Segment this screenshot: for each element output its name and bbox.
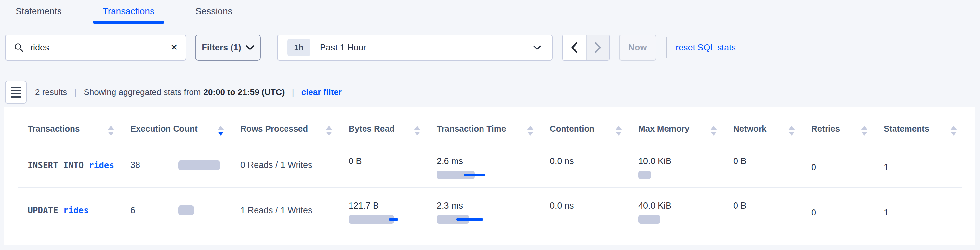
transaction-cell: INSERT INTO rides: [28, 143, 130, 187]
statements-value: 1: [884, 208, 889, 218]
max-memory-bar: [638, 171, 651, 179]
sort-icons[interactable]: [108, 126, 114, 136]
max-memory-cell: 10.0 KiB: [638, 143, 733, 187]
header-network: Network: [733, 124, 811, 137]
filters-button[interactable]: Filters (1): [195, 35, 261, 61]
search-icon: [14, 43, 24, 53]
transaction-cell: UPDATE rides: [28, 188, 130, 233]
header-statements-label[interactable]: Statements: [884, 124, 929, 137]
table-row: INSERT INTO rides 38 0 Reads / 1 Writes …: [18, 143, 963, 188]
reset-sql-stats-label: reset SQL stats: [676, 43, 736, 53]
table-name-link[interactable]: rides: [89, 160, 114, 170]
tab-sessions[interactable]: Sessions: [186, 0, 242, 22]
sort-icons[interactable]: [710, 126, 717, 136]
results-bar: 2 results | Showing aggregated stats fro…: [5, 81, 342, 104]
transactions-table-card: Transactions Execution Count Rows Proces…: [4, 107, 975, 245]
header-network-label[interactable]: Network: [733, 124, 767, 137]
time-range-badge: 1h: [288, 39, 310, 56]
network-cell: 0 B: [733, 188, 811, 233]
sort-icons[interactable]: [789, 126, 795, 136]
search-clear-icon[interactable]: ✕: [170, 43, 178, 52]
search-input[interactable]: [30, 43, 170, 53]
header-execution-count: Execution Count: [130, 124, 240, 137]
header-contention-label[interactable]: Contention: [550, 124, 594, 137]
tab-statements[interactable]: Statements: [6, 0, 72, 22]
sort-icons[interactable]: [326, 126, 332, 136]
header-retries-label[interactable]: Retries: [811, 124, 840, 137]
contention-value: 0.0 ns: [550, 156, 638, 166]
rows-processed-value: 1 Reads / 1 Writes: [240, 205, 312, 215]
statements-cell: 1: [884, 143, 963, 187]
header-max-memory: Max Memory: [638, 124, 733, 137]
header-execution-count-label[interactable]: Execution Count: [130, 124, 198, 137]
chevron-down-icon: [533, 45, 541, 50]
header-max-memory-label[interactable]: Max Memory: [638, 124, 690, 137]
time-range-label: Past 1 Hour: [320, 43, 366, 53]
transaction-time-mean-line: [456, 218, 483, 221]
contention-cell: 0.0 ns: [550, 188, 638, 233]
bytes-read-mean-line: [389, 218, 398, 221]
table-row: UPDATE rides 6 1 Reads / 1 Writes 121.7 …: [18, 188, 963, 233]
tab-transactions-label: Transactions: [103, 6, 154, 17]
header-bytes-read-label[interactable]: Bytes Read: [348, 124, 395, 137]
results-count: 2 results: [35, 87, 67, 97]
header-rows-processed: Rows Processed: [240, 124, 348, 137]
clear-filter-link[interactable]: clear filter: [301, 87, 342, 97]
chevron-right-icon: [595, 42, 601, 53]
header-rows-processed-label[interactable]: Rows Processed: [240, 124, 308, 137]
retries-value: 0: [811, 162, 816, 173]
reset-sql-stats-link[interactable]: reset SQL stats: [676, 43, 736, 53]
now-button[interactable]: Now: [619, 35, 656, 61]
max-memory-cell: 40.0 KiB: [638, 188, 733, 233]
statements-cell: 1: [884, 188, 963, 233]
sort-icons[interactable]: [414, 126, 420, 136]
retries-cell: 0: [811, 188, 884, 233]
contention-value: 0.0 ns: [550, 201, 638, 211]
sort-icons[interactable]: [616, 126, 622, 136]
table-name-link[interactable]: rides: [64, 205, 89, 215]
header-transactions-label[interactable]: Transactions: [28, 124, 80, 137]
execution-count-value: 6: [130, 205, 178, 215]
bytes-read-cell: 121.7 B: [348, 188, 437, 233]
execution-count-bar: [178, 160, 220, 170]
max-memory-bar: [638, 215, 660, 224]
execution-count-cell: 6: [130, 188, 240, 233]
sql-statement: INSERT INTO: [28, 160, 89, 170]
statements-value: 1: [884, 162, 889, 173]
transaction-time-value: 2.3 ms: [437, 201, 550, 211]
transaction-time-value: 2.6 ms: [437, 156, 550, 166]
header-bytes-read: Bytes Read: [348, 124, 437, 137]
retries-cell: 0: [811, 143, 884, 187]
transaction-time-cell: 2.3 ms: [437, 188, 550, 233]
execution-count-bar: [178, 205, 194, 215]
time-range-picker[interactable]: 1h Past 1 Hour: [277, 35, 553, 61]
header-transaction-time-label[interactable]: Transaction Time: [437, 124, 506, 137]
header-statements: Statements: [884, 124, 963, 137]
network-value: 0 B: [733, 201, 811, 211]
sort-icons[interactable]: [950, 126, 957, 136]
sort-icons[interactable]: [218, 126, 224, 136]
sort-icons[interactable]: [527, 126, 534, 136]
next-interval-button[interactable]: [586, 35, 609, 60]
sort-icons[interactable]: [861, 126, 867, 136]
sql-activity-tabbar: Statements Transactions Sessions: [0, 0, 980, 22]
aggregated-stats-text: Showing aggregated stats from: [84, 87, 201, 97]
controls-row: ✕ Filters (1) 1h Past 1 Hour Now rese: [5, 35, 736, 61]
previous-interval-button[interactable]: [563, 35, 586, 60]
network-value: 0 B: [733, 156, 811, 166]
rows-processed-cell: 1 Reads / 1 Writes: [240, 188, 348, 233]
divider: |: [292, 87, 294, 97]
divider: |: [74, 87, 76, 97]
bytes-read-cell: 0 B: [348, 143, 437, 187]
chevron-left-icon: [571, 42, 578, 53]
network-cell: 0 B: [733, 143, 811, 187]
active-tab-underline: [93, 21, 164, 24]
transactions-table: Transactions Execution Count Rows Proces…: [18, 107, 963, 233]
execution-count-cell: 38: [130, 143, 240, 187]
time-nav-arrows: [562, 35, 610, 61]
execution-count-value: 38: [130, 160, 178, 170]
tab-transactions[interactable]: Transactions: [93, 0, 164, 22]
column-selector-button[interactable]: [5, 81, 27, 104]
now-button-label: Now: [628, 43, 647, 53]
header-contention: Contention: [550, 124, 638, 137]
